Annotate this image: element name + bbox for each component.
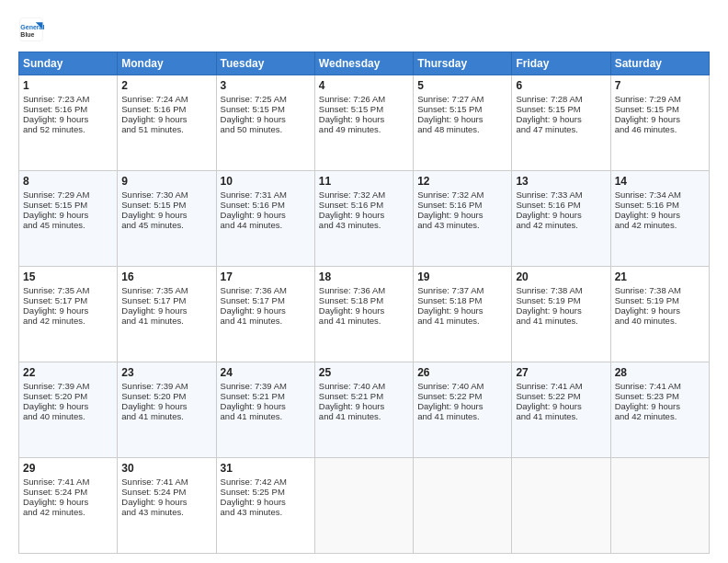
day-number: 3 xyxy=(221,79,311,92)
sunrise-text: Sunrise: 7:41 AM xyxy=(516,381,582,391)
daylight-label: Daylight: 9 hours xyxy=(221,210,286,220)
calendar-week-2: 8 Sunrise: 7:29 AM Sunset: 5:15 PM Dayli… xyxy=(19,171,710,267)
daylight-label: Daylight: 9 hours xyxy=(615,210,680,220)
sunset-text: Sunset: 5:16 PM xyxy=(319,200,383,210)
daylight-minutes: and 41 minutes. xyxy=(221,316,283,326)
day-number: 28 xyxy=(615,366,705,379)
sunset-text: Sunset: 5:16 PM xyxy=(417,200,482,210)
sunset-text: Sunset: 5:21 PM xyxy=(319,391,383,401)
calendar-cell: 27 Sunrise: 7:41 AM Sunset: 5:22 PM Dayl… xyxy=(512,362,610,458)
calendar-cell: 8 Sunrise: 7:29 AM Sunset: 5:15 PM Dayli… xyxy=(19,171,118,267)
page: General Blue SundayMondayTuesdayWednesda… xyxy=(0,0,728,563)
sunrise-text: Sunrise: 7:39 AM xyxy=(121,381,188,391)
sunset-text: Sunset: 5:25 PM xyxy=(221,487,285,497)
dow-header-friday: Friday xyxy=(512,52,610,75)
sunrise-text: Sunrise: 7:35 AM xyxy=(23,285,89,295)
day-of-week-row: SundayMondayTuesdayWednesdayThursdayFrid… xyxy=(19,52,710,75)
calendar-cell: 30 Sunrise: 7:41 AM Sunset: 5:24 PM Dayl… xyxy=(118,458,216,554)
calendar-cell: 7 Sunrise: 7:29 AM Sunset: 5:15 PM Dayli… xyxy=(610,75,709,171)
sunrise-text: Sunrise: 7:36 AM xyxy=(319,285,385,295)
sunrise-text: Sunrise: 7:32 AM xyxy=(417,190,483,200)
sunrise-text: Sunrise: 7:36 AM xyxy=(221,285,287,295)
daylight-minutes: and 50 minutes. xyxy=(221,124,283,134)
day-number: 13 xyxy=(516,175,606,188)
sunrise-text: Sunrise: 7:32 AM xyxy=(319,190,385,200)
daylight-label: Daylight: 9 hours xyxy=(516,114,581,124)
calendar-cell: 9 Sunrise: 7:30 AM Sunset: 5:15 PM Dayli… xyxy=(118,171,216,267)
calendar-cell xyxy=(314,458,413,554)
daylight-label: Daylight: 9 hours xyxy=(319,210,384,220)
daylight-minutes: and 42 minutes. xyxy=(615,220,677,230)
daylight-minutes: and 42 minutes. xyxy=(23,316,85,326)
calendar-cell: 24 Sunrise: 7:39 AM Sunset: 5:21 PM Dayl… xyxy=(216,362,314,458)
daylight-label: Daylight: 9 hours xyxy=(417,401,483,411)
sunset-text: Sunset: 5:15 PM xyxy=(23,200,87,210)
daylight-label: Daylight: 9 hours xyxy=(23,114,88,124)
sunset-text: Sunset: 5:21 PM xyxy=(221,391,285,401)
day-number: 30 xyxy=(121,462,211,475)
day-number: 23 xyxy=(121,366,211,379)
calendar-cell: 17 Sunrise: 7:36 AM Sunset: 5:17 PM Dayl… xyxy=(216,267,314,362)
daylight-label: Daylight: 9 hours xyxy=(221,114,286,124)
sunset-text: Sunset: 5:15 PM xyxy=(221,104,285,114)
day-number: 21 xyxy=(615,270,705,283)
daylight-minutes: and 47 minutes. xyxy=(516,124,578,134)
daylight-minutes: and 41 minutes. xyxy=(121,411,184,421)
sunrise-text: Sunrise: 7:29 AM xyxy=(23,190,89,200)
sunrise-text: Sunrise: 7:38 AM xyxy=(615,285,681,295)
calendar-cell: 20 Sunrise: 7:38 AM Sunset: 5:19 PM Dayl… xyxy=(512,267,610,362)
day-number: 22 xyxy=(23,366,113,379)
daylight-label: Daylight: 9 hours xyxy=(121,114,187,124)
sunset-text: Sunset: 5:20 PM xyxy=(23,391,87,401)
day-number: 26 xyxy=(417,366,507,379)
daylight-label: Daylight: 9 hours xyxy=(23,210,88,220)
daylight-minutes: and 42 minutes. xyxy=(23,507,85,517)
sunset-text: Sunset: 5:18 PM xyxy=(417,295,482,305)
sunset-text: Sunset: 5:18 PM xyxy=(319,295,383,305)
calendar-table: SundayMondayTuesdayWednesdayThursdayFrid… xyxy=(18,52,710,554)
sunrise-text: Sunrise: 7:39 AM xyxy=(221,381,287,391)
dow-header-wednesday: Wednesday xyxy=(314,52,413,75)
day-number: 24 xyxy=(221,366,311,379)
daylight-label: Daylight: 9 hours xyxy=(516,210,581,220)
daylight-minutes: and 51 minutes. xyxy=(121,124,184,134)
day-number: 2 xyxy=(121,79,211,92)
logo: General Blue xyxy=(18,17,44,42)
day-number: 8 xyxy=(23,175,113,188)
day-number: 19 xyxy=(417,270,507,283)
sunset-text: Sunset: 5:19 PM xyxy=(516,295,580,305)
daylight-label: Daylight: 9 hours xyxy=(221,497,286,507)
calendar-week-4: 22 Sunrise: 7:39 AM Sunset: 5:20 PM Dayl… xyxy=(19,362,710,458)
sunrise-text: Sunrise: 7:24 AM xyxy=(121,94,188,104)
sunset-text: Sunset: 5:17 PM xyxy=(121,295,186,305)
sunset-text: Sunset: 5:17 PM xyxy=(221,295,285,305)
calendar-cell: 29 Sunrise: 7:41 AM Sunset: 5:24 PM Dayl… xyxy=(19,458,118,554)
dow-header-saturday: Saturday xyxy=(610,52,709,75)
day-number: 1 xyxy=(23,79,113,92)
sunset-text: Sunset: 5:23 PM xyxy=(615,391,679,401)
sunrise-text: Sunrise: 7:25 AM xyxy=(221,94,287,104)
sunrise-text: Sunrise: 7:41 AM xyxy=(615,381,681,391)
calendar-cell: 5 Sunrise: 7:27 AM Sunset: 5:15 PM Dayli… xyxy=(414,75,512,171)
daylight-label: Daylight: 9 hours xyxy=(319,114,384,124)
day-number: 5 xyxy=(417,79,507,92)
calendar-cell: 31 Sunrise: 7:42 AM Sunset: 5:25 PM Dayl… xyxy=(216,458,314,554)
daylight-minutes: and 41 minutes. xyxy=(417,316,480,326)
sunrise-text: Sunrise: 7:33 AM xyxy=(516,190,582,200)
daylight-minutes: and 48 minutes. xyxy=(417,124,480,134)
sunset-text: Sunset: 5:16 PM xyxy=(221,200,285,210)
daylight-label: Daylight: 9 hours xyxy=(23,401,88,411)
day-number: 7 xyxy=(615,79,705,92)
calendar-cell: 26 Sunrise: 7:40 AM Sunset: 5:22 PM Dayl… xyxy=(414,362,512,458)
calendar-week-3: 15 Sunrise: 7:35 AM Sunset: 5:17 PM Dayl… xyxy=(19,267,710,362)
calendar-cell: 6 Sunrise: 7:28 AM Sunset: 5:15 PM Dayli… xyxy=(512,75,610,171)
sunset-text: Sunset: 5:19 PM xyxy=(615,295,679,305)
day-number: 15 xyxy=(23,270,113,283)
logo-icon: General Blue xyxy=(18,17,44,42)
sunset-text: Sunset: 5:20 PM xyxy=(121,391,186,401)
daylight-label: Daylight: 9 hours xyxy=(615,401,680,411)
header: General Blue xyxy=(18,17,710,42)
daylight-minutes: and 45 minutes. xyxy=(23,220,85,230)
sunrise-text: Sunrise: 7:34 AM xyxy=(615,190,681,200)
daylight-label: Daylight: 9 hours xyxy=(615,114,680,124)
